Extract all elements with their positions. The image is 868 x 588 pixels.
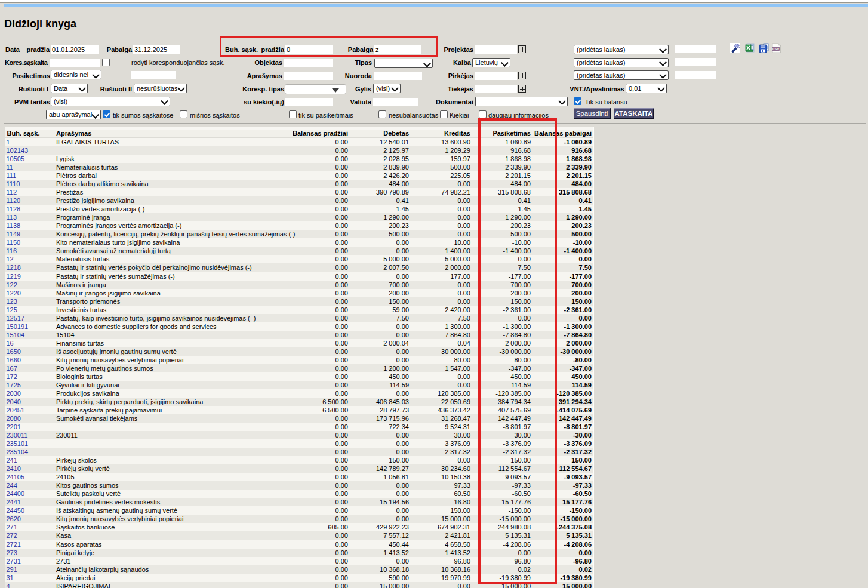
svg-text:CSV: CSV: [772, 47, 779, 51]
